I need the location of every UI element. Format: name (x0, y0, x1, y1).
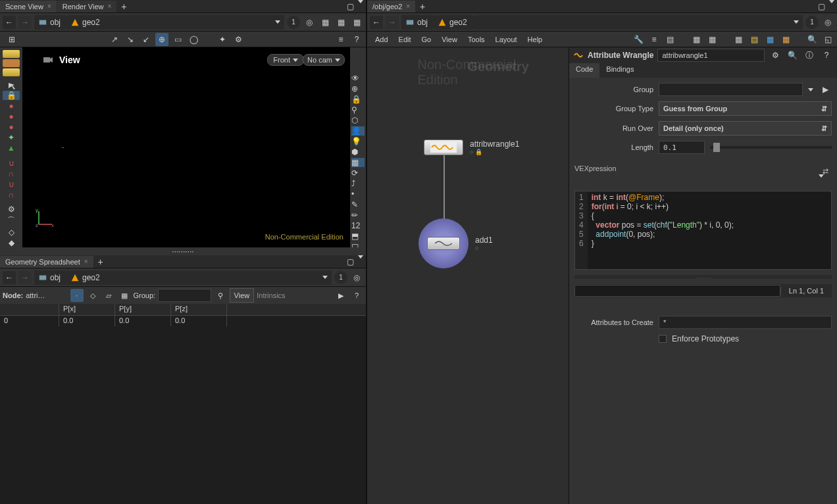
add-tab-button[interactable]: + (94, 255, 107, 268)
breadcrumb[interactable]: obj geo2 (401, 15, 803, 30)
tool-red1[interactable]: ● (3, 101, 20, 111)
pin-icon[interactable]: ◎ (303, 16, 316, 29)
pin-icon[interactable]: ◎ (350, 271, 363, 284)
play-icon[interactable]: ▶ (334, 289, 347, 302)
col-pz[interactable]: P[z] (171, 304, 227, 315)
editor-resize-handle[interactable]: ⋯⋯⋯ (574, 275, 832, 279)
crumb-dropdown-icon[interactable] (275, 20, 280, 24)
verts-icon[interactable]: ◇ (86, 289, 99, 302)
gear-tool[interactable]: ⚙ (3, 205, 20, 214)
rt1[interactable]: 👁 (351, 74, 365, 83)
rt10[interactable]: ⟳ (351, 168, 365, 178)
tab-spreadsheet[interactable]: Geometry Spreadsheet × (0, 256, 93, 268)
tab-code[interactable]: Code (569, 63, 599, 78)
tab-network[interactable]: /obj/geo2 × (367, 1, 415, 13)
grid-icon[interactable]: ⊞ (5, 33, 18, 46)
col-py[interactable]: P[y] (115, 304, 171, 315)
filter-icon[interactable]: ⚲ (214, 289, 227, 302)
tool-box[interactable] (3, 68, 20, 76)
snap5-icon[interactable]: ▭ (171, 33, 184, 46)
rt11[interactable]: ⤴ (351, 179, 365, 188)
info-icon[interactable]: ⓘ (803, 49, 816, 62)
crumb-dropdown-icon[interactable] (322, 276, 328, 279)
add-tab-button[interactable]: + (416, 0, 429, 13)
network-graph[interactable]: Non-Commercial Edition Geometry attribwr… (367, 47, 569, 504)
btn3-icon[interactable]: ▦ (350, 16, 363, 29)
detail-icon[interactable]: ▦ (118, 289, 131, 302)
code-body[interactable]: int k = int(@Frame);for(int i = 0; i < k… (588, 191, 831, 269)
help-icon[interactable]: ? (350, 33, 363, 46)
tool-c1[interactable]: ⌒ (3, 215, 20, 226)
menu-layout[interactable]: Layout (490, 34, 522, 45)
grid2-icon[interactable]: ▦ (705, 33, 719, 46)
tool-mix[interactable]: ✦ (3, 133, 20, 142)
rt3[interactable]: 🔒 (351, 95, 365, 104)
search-icon[interactable]: 🔍 (805, 33, 819, 46)
arrow-icon[interactable] (3, 82, 20, 89)
forward-button[interactable]: → (18, 271, 32, 284)
intrinsics-label[interactable]: Intrinsics (257, 291, 285, 299)
close-icon[interactable]: × (406, 3, 410, 10)
tool-red2[interactable]: ● (3, 112, 20, 121)
search-icon[interactable]: 🔍 (786, 49, 799, 62)
node-attribwrangle[interactable]: attribwrangle1 ○ 🔒 (424, 139, 519, 155)
menu-icon[interactable] (829, 0, 834, 3)
nav-count[interactable]: 1 (287, 16, 300, 29)
tool-brush[interactable] (3, 59, 20, 67)
vex-menu-icon[interactable] (819, 174, 824, 186)
tool-m1[interactable]: ∪ (3, 159, 20, 168)
rt17[interactable]: ⬓ (351, 242, 365, 247)
menu-add[interactable]: Add (370, 34, 393, 45)
breadcrumb[interactable]: obj geo2 (34, 15, 284, 30)
tool-m4[interactable]: ∩ (3, 190, 20, 199)
opts-icon[interactable]: ≡ (334, 33, 347, 46)
splitter[interactable]: ·········· (0, 247, 366, 255)
col-px[interactable]: P[x] (59, 304, 115, 315)
nav-count[interactable]: 1 (334, 271, 347, 284)
prims-icon[interactable]: ▱ (102, 289, 115, 302)
nav-count[interactable]: 1 (805, 16, 819, 29)
menu-icon[interactable] (358, 255, 363, 259)
length-slider[interactable] (710, 146, 832, 149)
breadcrumb[interactable]: obj geo2 (34, 270, 332, 285)
lock-tool[interactable]: 🔒 (3, 91, 20, 100)
rt6[interactable]: 👤 (351, 126, 365, 136)
tool-c2[interactable]: ◇ (3, 228, 20, 237)
tool-red3[interactable]: ● (3, 122, 20, 132)
rt13[interactable]: ✎ (351, 200, 365, 209)
rt12[interactable]: • (351, 189, 365, 199)
back-button[interactable]: ← (370, 16, 383, 29)
view-dropdown[interactable]: View (230, 288, 255, 303)
back-button[interactable]: ← (3, 271, 16, 284)
help-icon[interactable]: ? (350, 289, 363, 302)
menu-view[interactable]: View (436, 34, 463, 45)
rt5[interactable]: ⬡ (351, 116, 365, 125)
doc-icon[interactable]: ▤ (663, 33, 676, 46)
tool-c3[interactable]: ◆ (3, 238, 20, 247)
light-icon[interactable]: ✦ (216, 33, 229, 46)
menu-tools[interactable]: Tools (463, 34, 490, 45)
grid1-icon[interactable]: ▦ (690, 33, 703, 46)
tab-renderview[interactable]: Render View × (57, 1, 117, 13)
tool-m3[interactable]: ∪ (3, 180, 20, 189)
gear-icon[interactable]: ⚙ (232, 33, 245, 46)
group-dropdown-icon[interactable] (808, 88, 813, 91)
status-input[interactable] (574, 285, 780, 297)
rt8[interactable]: ⬢ (351, 147, 365, 157)
wrench-icon[interactable]: 🔧 (632, 33, 645, 46)
tab-sceneview[interactable]: Scene View × (0, 1, 57, 13)
vex-editor[interactable]: 123456 int k = int(@Frame);for(int i = 0… (574, 191, 832, 270)
snap2-icon[interactable]: ↘ (124, 33, 137, 46)
attrs-input[interactable] (659, 316, 832, 329)
maximize-icon[interactable]: ▢ (815, 0, 828, 13)
palette1-icon[interactable]: ▦ (732, 33, 745, 46)
rt14[interactable]: ✏ (351, 211, 365, 220)
add-tab-button[interactable]: + (117, 0, 130, 13)
maximize-icon[interactable]: ▢ (343, 0, 357, 13)
gear-icon[interactable]: ⚙ (769, 49, 782, 62)
close-icon[interactable]: × (47, 3, 51, 10)
node-name-input[interactable] (657, 49, 765, 62)
table-row[interactable]: 0 0.0 0.0 0.0 (0, 316, 366, 326)
rt4[interactable]: ⚲ (351, 105, 365, 114)
col-index[interactable] (0, 304, 59, 315)
